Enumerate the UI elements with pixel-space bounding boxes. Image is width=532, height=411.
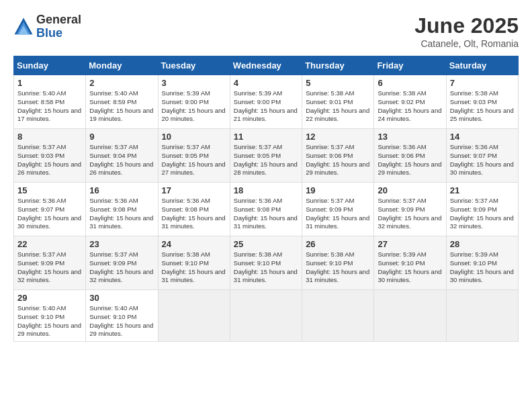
calendar-cell [158,290,230,342]
calendar-week-row: 8Sunrise: 5:37 AMSunset: 9:03 PMDaylight… [14,129,519,183]
cell-details: Sunrise: 5:37 AMSunset: 9:03 PMDaylight:… [17,143,82,177]
day-number: 22 [17,239,82,249]
cell-details: Sunrise: 5:38 AMSunset: 9:03 PMDaylight:… [450,89,515,124]
cell-details: Sunrise: 5:38 AMSunset: 9:01 PMDaylight:… [306,89,370,124]
day-header-wednesday: Wednesday [230,56,302,75]
calendar-cell: 1Sunrise: 5:40 AMSunset: 8:58 PMDaylight… [14,75,86,129]
day-number: 19 [306,185,370,195]
calendar-cell: 22Sunrise: 5:37 AMSunset: 9:09 PMDayligh… [14,236,86,290]
calendar-cell: 11Sunrise: 5:37 AMSunset: 9:05 PMDayligh… [230,129,302,183]
calendar-cell [230,290,302,342]
cell-details: Sunrise: 5:37 AMSunset: 9:05 PMDaylight:… [234,143,298,177]
location: Catanele, Olt, Romania [414,38,519,49]
month-title: June 2025 [414,13,519,38]
day-number: 27 [378,239,442,249]
cell-details: Sunrise: 5:38 AMSunset: 9:10 PMDaylight:… [306,250,370,285]
calendar-cell: 14Sunrise: 5:36 AMSunset: 9:07 PMDayligh… [446,129,518,183]
cell-details: Sunrise: 5:40 AMSunset: 9:10 PMDaylight:… [17,304,82,338]
day-number: 15 [17,185,82,195]
calendar-cell [374,290,446,342]
cell-details: Sunrise: 5:37 AMSunset: 9:05 PMDaylight:… [162,143,226,177]
cell-details: Sunrise: 5:37 AMSunset: 9:09 PMDaylight:… [89,250,154,285]
calendar-cell: 27Sunrise: 5:39 AMSunset: 9:10 PMDayligh… [374,236,446,290]
day-number: 6 [378,78,442,88]
cell-details: Sunrise: 5:36 AMSunset: 9:07 PMDaylight:… [450,143,515,177]
cell-details: Sunrise: 5:37 AMSunset: 9:09 PMDaylight:… [450,197,515,231]
calendar-cell [302,290,374,342]
calendar-cell: 4Sunrise: 5:39 AMSunset: 9:00 PMDaylight… [230,75,302,129]
calendar-week-row: 15Sunrise: 5:36 AMSunset: 9:07 PMDayligh… [14,183,519,236]
calendar-cell: 12Sunrise: 5:37 AMSunset: 9:06 PMDayligh… [302,129,374,183]
cell-details: Sunrise: 5:40 AMSunset: 8:58 PMDaylight:… [17,89,82,124]
page-header: General Blue June 2025 Catanele, Olt, Ro… [13,13,519,49]
day-number: 28 [450,239,515,249]
day-number: 26 [306,239,370,249]
logo-text: General Blue [36,13,81,40]
day-number: 3 [162,78,226,88]
day-number: 16 [89,185,154,195]
cell-details: Sunrise: 5:39 AMSunset: 9:00 PMDaylight:… [162,89,226,124]
cell-details: Sunrise: 5:39 AMSunset: 9:10 PMDaylight:… [450,250,515,285]
day-number: 4 [234,78,298,88]
cell-details: Sunrise: 5:38 AMSunset: 9:10 PMDaylight:… [162,250,226,285]
calendar-cell: 29Sunrise: 5:40 AMSunset: 9:10 PMDayligh… [14,290,86,342]
calendar-cell: 25Sunrise: 5:38 AMSunset: 9:10 PMDayligh… [230,236,302,290]
cell-details: Sunrise: 5:37 AMSunset: 9:09 PMDaylight:… [378,197,442,231]
day-number: 9 [89,132,154,142]
calendar-cell: 18Sunrise: 5:36 AMSunset: 9:08 PMDayligh… [230,183,302,236]
calendar-header-row: SundayMondayTuesdayWednesdayThursdayFrid… [14,56,519,75]
cell-details: Sunrise: 5:36 AMSunset: 9:08 PMDaylight:… [162,197,226,231]
calendar-cell: 10Sunrise: 5:37 AMSunset: 9:05 PMDayligh… [158,129,230,183]
day-number: 1 [17,78,82,88]
cell-details: Sunrise: 5:37 AMSunset: 9:09 PMDaylight:… [17,250,82,285]
calendar-cell: 6Sunrise: 5:38 AMSunset: 9:02 PMDaylight… [374,75,446,129]
day-number: 13 [378,132,442,142]
day-number: 23 [89,239,154,249]
day-number: 17 [162,185,226,195]
cell-details: Sunrise: 5:37 AMSunset: 9:06 PMDaylight:… [306,143,370,177]
logo-blue-text: Blue [36,27,81,40]
day-number: 11 [234,132,298,142]
calendar-cell: 16Sunrise: 5:36 AMSunset: 9:08 PMDayligh… [86,183,158,236]
calendar-cell: 5Sunrise: 5:38 AMSunset: 9:01 PMDaylight… [302,75,374,129]
calendar-week-row: 22Sunrise: 5:37 AMSunset: 9:09 PMDayligh… [14,236,519,290]
calendar-cell: 9Sunrise: 5:37 AMSunset: 9:04 PMDaylight… [86,129,158,183]
cell-details: Sunrise: 5:36 AMSunset: 9:07 PMDaylight:… [17,197,82,231]
calendar-cell: 3Sunrise: 5:39 AMSunset: 9:00 PMDaylight… [158,75,230,129]
calendar-cell: 28Sunrise: 5:39 AMSunset: 9:10 PMDayligh… [446,236,518,290]
cell-details: Sunrise: 5:36 AMSunset: 9:08 PMDaylight:… [89,197,154,231]
day-header-thursday: Thursday [302,56,374,75]
calendar-week-row: 29Sunrise: 5:40 AMSunset: 9:10 PMDayligh… [14,290,519,342]
logo-icon [13,17,34,37]
cell-details: Sunrise: 5:37 AMSunset: 9:04 PMDaylight:… [89,143,154,177]
logo: General Blue [13,13,81,40]
cell-details: Sunrise: 5:36 AMSunset: 9:08 PMDaylight:… [234,197,298,231]
calendar-cell: 21Sunrise: 5:37 AMSunset: 9:09 PMDayligh… [446,183,518,236]
day-number: 2 [89,78,154,88]
cell-details: Sunrise: 5:36 AMSunset: 9:06 PMDaylight:… [378,143,442,177]
day-number: 14 [450,132,515,142]
calendar-cell: 19Sunrise: 5:37 AMSunset: 9:09 PMDayligh… [302,183,374,236]
calendar-cell: 20Sunrise: 5:37 AMSunset: 9:09 PMDayligh… [374,183,446,236]
title-area: June 2025 Catanele, Olt, Romania [414,13,519,49]
day-number: 5 [306,78,370,88]
day-number: 8 [17,132,82,142]
day-number: 7 [450,78,515,88]
day-header-sunday: Sunday [14,56,86,75]
day-header-tuesday: Tuesday [158,56,230,75]
calendar-cell: 2Sunrise: 5:40 AMSunset: 8:59 PMDaylight… [86,75,158,129]
calendar-cell: 17Sunrise: 5:36 AMSunset: 9:08 PMDayligh… [158,183,230,236]
calendar-cell: 13Sunrise: 5:36 AMSunset: 9:06 PMDayligh… [374,129,446,183]
cell-details: Sunrise: 5:37 AMSunset: 9:09 PMDaylight:… [306,197,370,231]
day-number: 18 [234,185,298,195]
day-header-saturday: Saturday [446,56,518,75]
calendar-cell: 8Sunrise: 5:37 AMSunset: 9:03 PMDaylight… [14,129,86,183]
cell-details: Sunrise: 5:39 AMSunset: 9:00 PMDaylight:… [234,89,298,124]
cell-details: Sunrise: 5:40 AMSunset: 9:10 PMDaylight:… [89,304,154,338]
day-number: 30 [89,293,154,303]
calendar-week-row: 1Sunrise: 5:40 AMSunset: 8:58 PMDaylight… [14,75,519,129]
day-number: 21 [450,185,515,195]
calendar-cell [446,290,518,342]
day-number: 10 [162,132,226,142]
calendar-cell: 15Sunrise: 5:36 AMSunset: 9:07 PMDayligh… [14,183,86,236]
